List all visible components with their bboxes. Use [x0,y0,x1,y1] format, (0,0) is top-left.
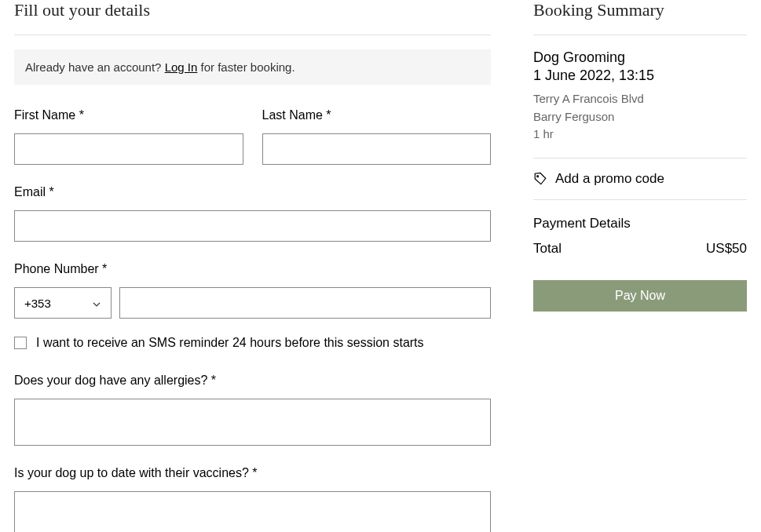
allergies-label: Does your dog have any allergies? * [14,373,491,388]
login-prompt-after: for faster booking. [197,60,295,74]
chevron-down-icon [92,298,101,308]
phone-number-input[interactable] [119,287,491,319]
summary-service: Dog Grooming [533,49,747,66]
vaccines-input[interactable] [14,491,491,532]
promo-label: Add a promo code [555,171,664,187]
payment-details-title: Payment Details [533,216,747,231]
login-banner: Already have an account? Log In for fast… [14,49,491,85]
total-amount: US$50 [706,241,747,257]
summary-location: Terry A Francois Blvd [533,90,747,108]
phone-code-value: +353 [24,297,51,310]
first-name-label: First Name * [14,108,243,122]
sms-reminder-checkbox[interactable] [14,337,27,349]
tag-icon [533,172,547,186]
form-title: Fill out your details [14,0,491,20]
pay-now-button[interactable]: Pay Now [533,280,747,312]
svg-point-0 [537,175,539,177]
summary-datetime: 1 June 2022, 13:15 [533,67,747,84]
first-name-input[interactable] [14,133,243,165]
email-label: Email * [14,185,491,199]
phone-label: Phone Number * [14,262,491,276]
login-prompt-before: Already have an account? [25,60,165,74]
divider [14,35,491,35]
allergies-input[interactable] [14,399,491,446]
divider [533,35,747,35]
summary-title: Booking Summary [533,0,747,20]
last-name-label: Last Name * [262,108,492,122]
vaccines-label: Is your dog up to date with their vaccin… [14,466,491,480]
total-label: Total [533,241,562,257]
phone-code-select[interactable]: +353 [14,287,112,319]
last-name-input[interactable] [262,133,492,165]
email-input[interactable] [14,210,491,242]
login-link[interactable]: Log In [165,60,198,74]
promo-code-button[interactable]: Add a promo code [533,158,747,200]
sms-reminder-label: I want to receive an SMS reminder 24 hou… [36,336,424,350]
summary-duration: 1 hr [533,126,747,144]
summary-staff: Barry Ferguson [533,108,747,126]
